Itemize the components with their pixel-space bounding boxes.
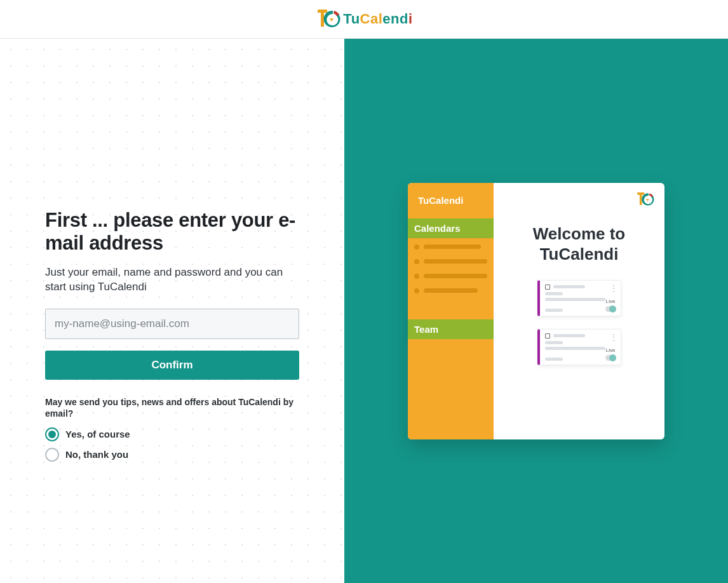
brand-part-n: n	[391, 11, 400, 27]
form-title: First ... please enter your e-mail addre…	[45, 209, 299, 254]
more-icon: ⋮	[610, 285, 617, 292]
confirm-button[interactable]: Confirm	[45, 351, 299, 380]
live-label: Live	[606, 298, 616, 304]
toggle-icon	[605, 355, 616, 361]
brand-mark-icon	[315, 7, 340, 31]
checkbox-icon	[545, 285, 550, 290]
more-icon: ⋮	[610, 333, 617, 341]
consent-option-yes[interactable]: Yes, of course	[45, 427, 299, 441]
right-pane: TuCalendi Calendars Team	[344, 39, 728, 583]
toggle-icon	[605, 306, 616, 312]
mock-calendar-items	[408, 238, 494, 303]
left-pane: First ... please enter your e-mail addre…	[0, 39, 344, 583]
signup-form: First ... please enter your e-mail addre…	[45, 39, 299, 462]
mock-welcome-text: Welcome to TuCalendi	[505, 224, 653, 265]
brand-part-e: e	[382, 11, 391, 27]
mock-sidebar-brand: TuCalendi	[408, 183, 494, 218]
split-container: First ... please enter your e-mail addre…	[0, 39, 728, 583]
mock-card: ⋮ Live	[537, 280, 621, 316]
mock-app-illustration: TuCalendi Calendars Team	[408, 183, 664, 439]
mock-sidebar-item	[414, 288, 487, 293]
form-subtitle: Just your email, name and password and y…	[45, 265, 299, 295]
consent-yes-label: Yes, of course	[65, 429, 130, 439]
mock-sidebar: TuCalendi Calendars Team	[408, 183, 494, 439]
checkbox-icon	[545, 333, 550, 338]
live-label: Live	[606, 347, 616, 353]
brand-part-cal: Cal	[360, 11, 383, 27]
email-field[interactable]	[45, 309, 299, 339]
mock-sidebar-item	[414, 259, 487, 264]
mock-section-team: Team	[408, 319, 494, 339]
consent-option-no[interactable]: No, thank you	[45, 448, 299, 462]
mock-sidebar-item	[414, 274, 487, 279]
radio-icon	[45, 427, 59, 441]
header: TuCalendi	[0, 0, 728, 39]
radio-icon	[45, 448, 59, 462]
consent-question: May we send you tips, news and offers ab…	[45, 396, 299, 419]
brand-part-tu: Tu	[343, 11, 360, 27]
brand-logo: TuCalendi	[315, 7, 412, 31]
consent-no-label: No, thank you	[65, 449, 128, 460]
brand-part-d: d	[400, 11, 408, 27]
mock-cards: ⋮ Live ⋮ Live	[505, 280, 653, 365]
mock-main: Welcome to TuCalendi ⋮ Live ⋮	[494, 183, 664, 439]
mock-section-calendars: Calendars	[408, 218, 494, 238]
brand-part-i: i	[408, 11, 413, 27]
mock-brand-mark-icon	[635, 191, 654, 211]
brand-text: TuCalendi	[343, 11, 412, 27]
mock-sidebar-item	[414, 245, 487, 250]
mock-card: ⋮ Live	[537, 329, 621, 365]
